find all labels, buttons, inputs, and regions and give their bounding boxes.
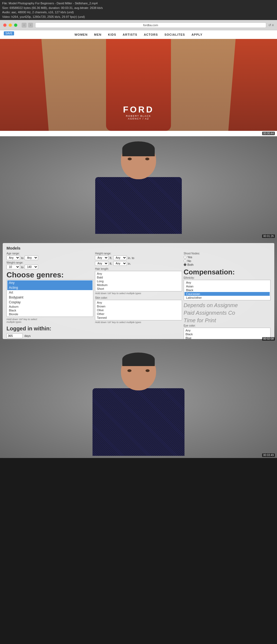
genre-any[interactable]: Any xyxy=(7,280,93,285)
hair-list[interactable]: Any Bald Long Medium Short xyxy=(95,271,182,291)
browser-icons: ↺ ≡ xyxy=(268,23,274,27)
speaker-head xyxy=(121,141,156,179)
genre-cosplay[interactable]: Cosplay xyxy=(7,300,93,305)
save-button[interactable]: SAVE xyxy=(4,31,14,35)
height-range-label: Height range: xyxy=(95,252,182,255)
eth-black[interactable]: Black xyxy=(184,288,270,292)
minimize-btn[interactable] xyxy=(9,24,12,27)
genre-black[interactable]: Black xyxy=(7,308,93,312)
genre-list[interactable]: Any Acting Art Bodypaint Cosplay Auburn … xyxy=(6,280,93,317)
eye-black[interactable]: Black xyxy=(184,332,270,336)
nav-apply[interactable]: APPLY xyxy=(192,33,203,36)
skin-any[interactable]: Any xyxy=(96,301,181,304)
hair-bald[interactable]: Bald xyxy=(96,275,181,279)
weight-to-select[interactable]: 140 xyxy=(25,265,38,269)
shoot-yes[interactable]: Yes xyxy=(184,255,271,259)
skin-color-list[interactable]: Any Brown Olive Other Tanned xyxy=(95,300,182,320)
eth-caucasian[interactable]: Caucasian xyxy=(184,292,270,296)
shoot-both-radio[interactable] xyxy=(184,263,186,266)
hair-long[interactable]: Long xyxy=(96,279,181,283)
shoot-nodes-group: Yes No Both xyxy=(184,255,271,266)
shoot-no-label: No xyxy=(187,259,191,263)
address-bar[interactable]: fordba.com xyxy=(35,22,266,28)
height-end-in-select[interactable]: Any xyxy=(113,261,127,266)
genre-bodypaint[interactable]: Bodypaint xyxy=(7,295,93,300)
speaker-hair xyxy=(122,141,155,156)
ethnicity-dropdown[interactable]: Any Asian Black Caucasian Latino/other xyxy=(184,280,271,300)
weight-range-label: Weight range: xyxy=(6,261,93,264)
nav-socialites[interactable]: SOCIALITES xyxy=(164,33,185,36)
height-in-select[interactable]: Any xyxy=(113,255,127,260)
speaker-eye-r2 xyxy=(146,369,150,372)
age-range-label: Age range: xyxy=(6,252,93,255)
nav-men[interactable]: MEN xyxy=(94,33,101,36)
hair-any[interactable]: Any xyxy=(96,272,181,275)
hair-length-label: Hair length: xyxy=(95,267,182,270)
weight-from-select[interactable]: 10 xyxy=(6,265,20,269)
ford-text: FORD xyxy=(123,105,154,115)
logged-in-heading: Logged in within: xyxy=(6,326,93,332)
nav-women[interactable]: WOMEN xyxy=(74,33,87,36)
eth-latino[interactable]: Latino/other xyxy=(184,296,270,300)
skin-other[interactable]: Other xyxy=(96,312,181,316)
height-end-ft-select[interactable]: Any xyxy=(95,261,108,266)
video-segment-4: 00:03:49 xyxy=(0,342,277,458)
speaker-eye-l2 xyxy=(127,369,131,372)
age-to-select[interactable]: Any 10 xyxy=(25,255,38,260)
genre-blonde[interactable]: Blonde xyxy=(7,312,93,316)
genre-helper: Hold down 'ctrl' key to selectmultiple t… xyxy=(6,318,93,323)
video-segment-1: ‹ › fordba.com ↺ ≡ SAVE WOMEN MEN KIDS A… xyxy=(0,20,277,136)
age-range-row: Any to Any 10 xyxy=(6,255,93,260)
eth-asian[interactable]: Asian xyxy=(184,284,270,288)
eye-color-label: Eye color: xyxy=(184,324,271,327)
back-arrow[interactable]: ‹ xyxy=(22,23,27,28)
skin-color-section: Skin color: Any Brown Olive Other Tanned… xyxy=(95,296,182,324)
models-form: Models Age range: Any to Any 10 Weigh xyxy=(3,243,274,339)
form-col-left: Age range: Any to Any 10 Weight range: 1… xyxy=(6,252,93,339)
speaker-figure xyxy=(95,141,182,234)
nav-actors[interactable]: ACTORS xyxy=(144,33,158,36)
height-end-ft-label: ft. xyxy=(110,262,112,265)
forward-arrow[interactable]: › xyxy=(28,23,33,28)
video-segment-3: Models Age range: Any to Any 10 Weigh xyxy=(0,239,277,342)
choose-genres-heading: Choose genres: xyxy=(6,270,93,280)
height-end-row: Any ft. Any in. xyxy=(95,261,182,266)
eye-blue[interactable]: Blue xyxy=(184,336,270,339)
skin-helper: Hold down 'ctrl' key to select multiple … xyxy=(95,321,182,324)
shoot-no[interactable]: No xyxy=(184,259,271,263)
file-size: Size: 69588022 bytes (66.36 MiB), durati… xyxy=(2,6,275,10)
skin-olive[interactable]: Olive xyxy=(96,308,181,312)
genre-auburn[interactable]: Auburn xyxy=(7,305,93,308)
audio-info: Audio: aac, 48000 Hz, 2 channels, s16, 1… xyxy=(2,10,275,15)
eye-any[interactable]: Any xyxy=(184,328,270,332)
maximize-btn[interactable] xyxy=(14,24,17,27)
eye-color-list[interactable]: Any Black Blue Brown Green xyxy=(184,328,271,339)
hair-short[interactable]: Short xyxy=(96,287,181,291)
hair-medium[interactable]: Medium xyxy=(96,283,181,287)
nav-kids[interactable]: KIDS xyxy=(108,33,116,36)
age-from-select[interactable]: Any xyxy=(6,255,20,260)
days-input[interactable] xyxy=(6,333,23,338)
days-label: days xyxy=(24,334,31,337)
genre-acting[interactable]: Acting xyxy=(7,285,93,290)
website-nav: WOMEN MEN KIDS ARTISTS ACTORS SOCIALITES… xyxy=(0,30,277,39)
timestamp-1: 00:00:44 xyxy=(262,132,275,135)
speaker-figure-2 xyxy=(0,342,277,456)
eth-any[interactable]: Any xyxy=(184,281,270,284)
shoot-no-radio[interactable] xyxy=(184,260,186,262)
ford-sub2: AGENCY / AZ xyxy=(123,117,154,120)
close-btn[interactable] xyxy=(3,24,6,27)
height-from-select[interactable]: Any xyxy=(95,255,108,260)
height-end-in-label: in. xyxy=(128,262,131,265)
skin-brown[interactable]: Brown xyxy=(96,304,181,308)
genre-art[interactable]: Art xyxy=(7,290,93,295)
shoot-both[interactable]: Both xyxy=(184,263,271,266)
weight-to-label: to xyxy=(21,265,24,269)
timestamp-3: 00:02:08 xyxy=(262,337,275,341)
timestamp-2: 00:01:26 xyxy=(262,234,275,238)
hero-image: FORD ROBERT BLACK AGENCY / AZ xyxy=(0,39,277,131)
skin-tanned[interactable]: Tanned xyxy=(96,316,181,320)
nav-artists[interactable]: ARTISTS xyxy=(123,33,137,36)
form-main-grid: Age range: Any to Any 10 Weight range: 1… xyxy=(6,252,271,339)
shoot-yes-radio[interactable] xyxy=(184,256,186,258)
